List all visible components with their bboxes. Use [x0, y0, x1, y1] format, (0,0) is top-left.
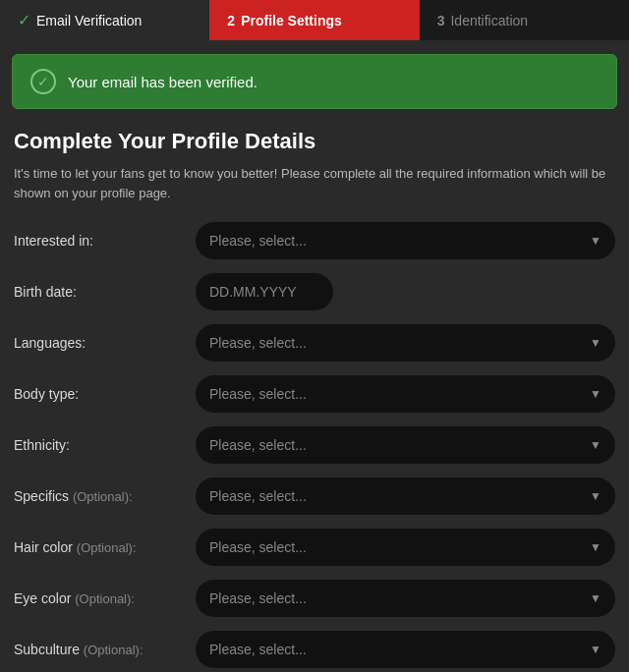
chevron-down-icon: ▼: [590, 643, 601, 656]
subculture-row: Subculture (Optional): Please, select...…: [14, 631, 615, 668]
step-number: 2: [227, 13, 235, 28]
hair-color-select-wrapper[interactable]: Please, select... ▼: [196, 529, 615, 566]
body-type-label: Body type:: [14, 386, 196, 402]
chevron-down-icon: ▼: [590, 438, 601, 452]
birth-date-input[interactable]: [196, 273, 333, 310]
languages-row: Languages: Please, select... ▼: [14, 324, 615, 362]
step-number: 3: [437, 13, 445, 28]
check-icon: ✓: [18, 11, 30, 29]
subculture-select[interactable]: Please, select...: [209, 642, 590, 657]
subculture-label: Subculture (Optional):: [14, 642, 196, 657]
step-navigation: ✓ Email Verification 2 Profile Settings …: [0, 0, 629, 40]
ethnicity-select-wrapper[interactable]: Please, select... ▼: [196, 426, 615, 464]
birth-date-label: Birth date:: [14, 284, 196, 300]
interested-in-label: Interested in:: [14, 233, 196, 249]
specifics-optional: (Optional):: [73, 489, 133, 504]
languages-select[interactable]: Please, select...: [209, 335, 590, 351]
interested-in-select[interactable]: Please, select...: [209, 233, 590, 249]
chevron-down-icon: ▼: [590, 387, 601, 401]
chevron-down-icon: ▼: [590, 234, 601, 248]
specifics-label: Specifics (Optional):: [14, 488, 196, 504]
verified-message: Your email has been verified.: [68, 74, 257, 90]
chevron-down-icon: ▼: [590, 336, 601, 350]
interested-in-row: Interested in: Please, select... ▼: [14, 222, 615, 259]
page-description: It's time to let your fans get to know y…: [14, 164, 615, 202]
profile-form-content: Complete Your Profile Details It's time …: [0, 119, 629, 672]
specifics-row: Specifics (Optional): Please, select... …: [14, 477, 615, 515]
step-label: Profile Settings: [241, 13, 342, 28]
interested-in-select-wrapper[interactable]: Please, select... ▼: [196, 222, 615, 259]
hair-color-row: Hair color (Optional): Please, select...…: [14, 529, 615, 566]
specifics-select-wrapper[interactable]: Please, select... ▼: [196, 477, 615, 515]
body-type-select[interactable]: Please, select...: [209, 386, 590, 402]
languages-label: Languages:: [14, 335, 196, 351]
hair-color-optional: (Optional):: [77, 540, 137, 555]
eye-color-optional: (Optional):: [75, 591, 135, 606]
specifics-select[interactable]: Please, select...: [209, 488, 590, 504]
email-verified-banner: ✓ Your email has been verified.: [12, 54, 617, 109]
chevron-down-icon: ▼: [590, 591, 601, 605]
hair-color-label: Hair color (Optional):: [14, 539, 196, 555]
chevron-down-icon: ▼: [590, 540, 601, 554]
subculture-select-wrapper[interactable]: Please, select... ▼: [196, 631, 615, 668]
body-type-select-wrapper[interactable]: Please, select... ▼: [196, 375, 615, 413]
eye-color-row: Eye color (Optional): Please, select... …: [14, 580, 615, 617]
ethnicity-row: Ethnicity: Please, select... ▼: [14, 426, 615, 464]
verified-icon: ✓: [30, 69, 56, 94]
body-type-row: Body type: Please, select... ▼: [14, 375, 615, 413]
step-identification[interactable]: 3 Identification: [420, 0, 629, 40]
step-label: Identification: [450, 13, 528, 28]
ethnicity-label: Ethnicity:: [14, 437, 196, 453]
eye-color-label: Eye color (Optional):: [14, 590, 196, 606]
ethnicity-select[interactable]: Please, select...: [209, 437, 590, 453]
hair-color-select[interactable]: Please, select...: [209, 539, 590, 555]
birth-date-row: Birth date:: [14, 273, 615, 310]
subculture-optional: (Optional):: [84, 643, 143, 657]
languages-select-wrapper[interactable]: Please, select... ▼: [196, 324, 615, 362]
eye-color-select[interactable]: Please, select...: [209, 590, 590, 606]
step-profile-settings[interactable]: 2 Profile Settings: [209, 0, 419, 40]
chevron-down-icon: ▼: [590, 489, 601, 503]
eye-color-select-wrapper[interactable]: Please, select... ▼: [196, 580, 615, 617]
step-label: Email Verification: [36, 13, 142, 28]
page-title: Complete Your Profile Details: [14, 129, 615, 154]
step-email-verification[interactable]: ✓ Email Verification: [0, 0, 209, 40]
